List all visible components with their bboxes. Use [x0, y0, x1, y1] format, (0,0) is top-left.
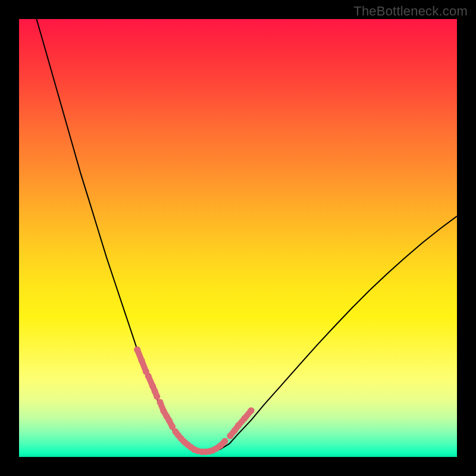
- chart-frame: TheBottleneck.com: [0, 0, 476, 476]
- svg-point-52: [221, 438, 228, 444]
- bottleneck-curve: [36, 19, 457, 452]
- svg-point-56: [242, 415, 248, 422]
- plot-area: [19, 19, 457, 457]
- svg-point-29: [145, 372, 152, 379]
- svg-point-36: [166, 417, 173, 424]
- svg-point-27: [139, 358, 145, 364]
- svg-point-57: [248, 408, 255, 414]
- marker-band: [137, 350, 251, 452]
- curve-layer: [19, 19, 457, 457]
- svg-point-53: [227, 433, 233, 439]
- svg-point-55: [235, 422, 242, 429]
- svg-point-54: [231, 427, 238, 434]
- svg-point-32: [154, 393, 160, 400]
- marker-dots: [134, 346, 254, 455]
- svg-point-33: [157, 399, 164, 406]
- watermark-text: TheBottleneck.com: [353, 4, 468, 19]
- svg-point-26: [134, 346, 140, 353]
